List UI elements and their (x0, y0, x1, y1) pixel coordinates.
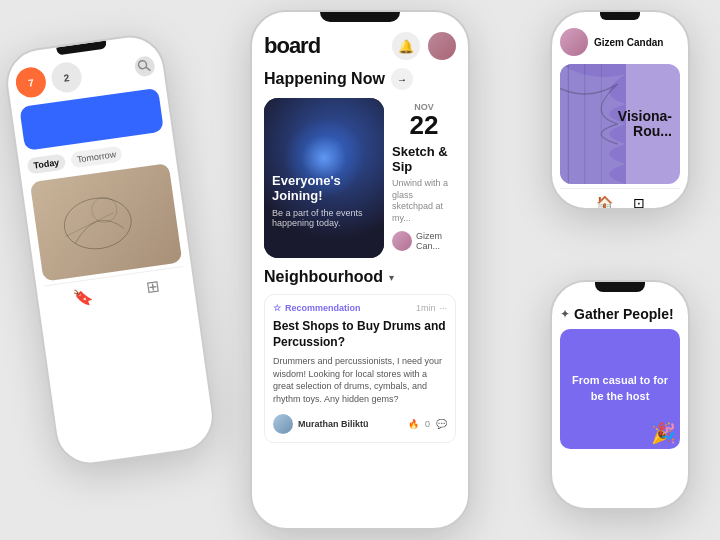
action-count: 0 (425, 419, 430, 429)
fire-action[interactable]: 🔥 (408, 419, 419, 429)
comment-action[interactable]: 💬 (436, 419, 447, 429)
host-avatar (392, 231, 412, 251)
svg-line-3 (63, 213, 115, 237)
event-date: NOV 22 (392, 102, 456, 138)
neighbourhood-dropdown[interactable]: ▾ (389, 272, 394, 283)
home-icon[interactable]: 🏠 (596, 195, 613, 210)
casual-card[interactable]: From casual to for be the host 🎉 (560, 329, 680, 449)
post-body: Drummers and percussionists, I need your… (273, 355, 447, 405)
host-name: Gizem Can... (416, 231, 456, 251)
right-bottom-notch (595, 282, 645, 292)
notification-badges: 7 2 (14, 60, 84, 99)
notif-badge-1[interactable]: 7 (14, 65, 48, 99)
event-details: NOV 22 Sketch & Sip Unwind with a glass … (392, 98, 456, 258)
center-phone: board 🔔 Happening Now → Everyone's Joini… (250, 10, 470, 530)
tab-today[interactable]: Today (26, 153, 66, 174)
more-icon[interactable]: ··· (439, 303, 447, 313)
svg-point-2 (61, 194, 135, 253)
gather-badge: ✦ Gather People! (560, 306, 680, 323)
left-phone: 7 2 Today Tomorrow (2, 31, 219, 469)
visionary-card[interactable]: Visiona-Rou... (560, 64, 680, 184)
gather-icon: ✦ (560, 307, 570, 321)
sketch-image (30, 163, 183, 282)
post-title: Best Shops to Buy Drums and Percussion? (273, 319, 447, 350)
sketch-lines (30, 163, 183, 282)
card-text: Everyone's Joining! Be a part of the eve… (272, 173, 376, 228)
notif-count-2: 2 (63, 72, 70, 84)
happening-now-arrow[interactable]: → (391, 68, 413, 90)
event-day: 22 (392, 112, 456, 138)
event-card-subtitle: Be a part of the events happening today. (272, 208, 376, 228)
casual-text: From casual to for be the host (568, 373, 672, 404)
neighbourhood-title: Neighbourhood (264, 268, 383, 286)
profile-avatar (560, 28, 588, 56)
star-icon: ☆ (273, 303, 281, 313)
event-card-main[interactable]: Everyone's Joining! Be a part of the eve… (264, 98, 384, 258)
app-header: board 🔔 (264, 28, 456, 68)
notch (320, 12, 400, 22)
header-icons: 🔔 (392, 32, 456, 60)
post-meta: ☆ Recommendation 1min ··· (273, 303, 447, 313)
right-bottom-phone: ✦ Gather People! From casual to for be t… (550, 280, 690, 510)
recommendation-badge: ☆ Recommendation (273, 303, 361, 313)
visionary-text: Visiona-Rou... (618, 109, 672, 140)
user-avatar[interactable] (428, 32, 456, 60)
gather-title: Gather People! (574, 306, 674, 323)
event-host: Gizem Can... (392, 231, 456, 251)
notif-count-1: 7 (27, 77, 34, 89)
visionary-nav: 🏠 ⊡ (560, 188, 680, 210)
visionary-title: Visiona-Rou... (618, 109, 672, 140)
bell-icon[interactable]: 🔔 (392, 32, 420, 60)
svg-point-4 (90, 196, 118, 224)
happening-now-header: Happening Now → (264, 68, 456, 90)
event-description: Unwind with a glass sketchpad at my... (392, 178, 456, 225)
right-top-notch (600, 12, 640, 20)
post-card: ☆ Recommendation 1min ··· Best Shops to … (264, 294, 456, 443)
profile-row: Gizem Candan (560, 28, 680, 56)
right-top-phone: Gizem Candan Visiona-Rou... 🏠 ⊡ (550, 10, 690, 210)
recommendation-label: Recommendation (285, 303, 361, 313)
happening-now-title: Happening Now (264, 70, 385, 88)
author-name: Murathan Biliktü (298, 419, 369, 429)
grid-icon[interactable]: ⊞ (145, 277, 161, 298)
post-actions: 🔥 0 💬 (408, 419, 447, 429)
visionary-bg (560, 64, 626, 184)
event-card-title: Everyone's Joining! (272, 173, 376, 204)
count-action: 0 (425, 419, 430, 429)
post-author: Murathan Biliktü (273, 414, 369, 434)
post-time: 1min (416, 303, 436, 313)
post-footer: Murathan Biliktü 🔥 0 💬 (273, 414, 447, 434)
tab-tomorrow[interactable]: Tomorrow (70, 145, 123, 168)
neighbourhood-header: Neighbourhood ▾ (264, 268, 456, 286)
event-row: Everyone's Joining! Be a part of the eve… (264, 98, 456, 258)
fire-icon: 🔥 (408, 419, 419, 429)
search-icon[interactable] (133, 55, 156, 78)
notif-badge-2[interactable]: 2 (50, 60, 84, 94)
post-time-more: 1min ··· (416, 303, 447, 313)
square-icon[interactable]: ⊡ (633, 195, 645, 210)
profile-name: Gizem Candan (594, 37, 663, 48)
event-name: Sketch & Sip (392, 144, 456, 174)
bookmark-icon[interactable]: 🔖 (72, 286, 94, 308)
svg-line-1 (146, 67, 151, 72)
party-emoji: 🎉 (651, 421, 676, 445)
comment-icon: 💬 (436, 419, 447, 429)
author-avatar (273, 414, 293, 434)
app-title: board (264, 33, 320, 59)
